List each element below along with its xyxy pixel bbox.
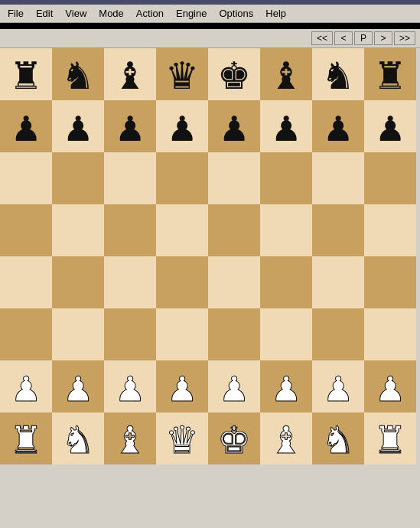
cell-5-3[interactable] (156, 308, 208, 360)
cell-4-7[interactable] (364, 256, 416, 308)
cell-4-0[interactable] (0, 256, 52, 308)
cell-0-4[interactable]: ♚ (208, 48, 260, 100)
board-row-1: ♟♟♟♟♟♟♟♟ (0, 100, 420, 152)
cell-0-0[interactable]: ♜ (0, 48, 52, 100)
cell-7-3[interactable]: ♛ (156, 412, 208, 464)
cell-0-1[interactable]: ♞ (52, 48, 104, 100)
chess-board: ♜♞♝♛♚♝♞♜♟♟♟♟♟♟♟♟♟♟♟♟♟♟♟♟♜♞♝♛♚♝♞♜ (0, 48, 420, 464)
cell-5-1[interactable] (52, 308, 104, 360)
menu-item-options[interactable]: Options (214, 6, 258, 21)
menu-item-action[interactable]: Action (132, 6, 168, 21)
nav-btn-[interactable]: >> (394, 31, 415, 45)
nav-btn-[interactable]: << (311, 31, 333, 45)
cell-2-6[interactable] (312, 152, 364, 204)
cell-1-1[interactable]: ♟ (52, 100, 104, 152)
cell-2-3[interactable] (156, 152, 208, 204)
board-row-3 (0, 204, 420, 256)
board-row-0: ♜♞♝♛♚♝♞♜ (0, 48, 420, 100)
cell-2-0[interactable] (0, 152, 52, 204)
nav-btn-[interactable]: > (374, 31, 392, 45)
svg-text:♟: ♟ (219, 109, 249, 148)
cell-0-3[interactable]: ♛ (156, 48, 208, 100)
piece-wp: ♟ (262, 362, 311, 411)
cell-2-1[interactable] (52, 152, 104, 204)
svg-text:♞: ♞ (61, 419, 95, 461)
cell-6-3[interactable]: ♟ (156, 360, 208, 412)
cell-5-2[interactable] (104, 308, 156, 360)
menu-item-help[interactable]: Help (261, 6, 291, 21)
cell-6-7[interactable]: ♟ (364, 360, 416, 412)
piece-bp: ♟ (2, 102, 50, 151)
cell-2-4[interactable] (208, 152, 260, 204)
svg-text:♝: ♝ (269, 419, 303, 461)
board-row-6: ♟♟♟♟♟♟♟♟ (0, 360, 420, 412)
cell-5-7[interactable] (364, 308, 416, 360)
cell-3-6[interactable] (312, 204, 364, 256)
cell-1-2[interactable]: ♟ (104, 100, 156, 152)
cell-4-1[interactable] (52, 256, 104, 308)
cell-4-4[interactable] (208, 256, 260, 308)
svg-text:♟: ♟ (115, 109, 145, 148)
cell-7-0[interactable]: ♜ (0, 412, 52, 464)
menu-item-edit[interactable]: Edit (31, 6, 57, 21)
cell-1-0[interactable]: ♟ (0, 100, 52, 152)
cell-6-4[interactable]: ♟ (208, 360, 260, 412)
svg-text:♜: ♜ (373, 55, 407, 96)
cell-3-0[interactable] (0, 204, 52, 256)
cell-3-1[interactable] (52, 204, 104, 256)
menu-item-file[interactable]: File (3, 6, 28, 21)
cell-1-4[interactable]: ♟ (208, 100, 260, 152)
cell-1-3[interactable]: ♟ (156, 100, 208, 152)
cell-5-5[interactable] (260, 308, 312, 360)
piece-wr: ♜ (366, 414, 415, 463)
piece-bb: ♝ (106, 50, 155, 99)
cell-7-1[interactable]: ♞ (52, 412, 104, 464)
cell-3-7[interactable] (364, 204, 416, 256)
cell-4-5[interactable] (260, 256, 312, 308)
cell-4-3[interactable] (156, 256, 208, 308)
cell-6-5[interactable]: ♟ (260, 360, 312, 412)
nav-btn-[interactable]: < (334, 31, 353, 45)
piece-br: ♜ (2, 50, 50, 99)
cell-2-5[interactable] (260, 152, 312, 204)
cell-7-7[interactable]: ♜ (364, 412, 416, 464)
cell-0-2[interactable]: ♝ (104, 48, 156, 100)
piece-wp: ♟ (366, 362, 415, 411)
cell-6-0[interactable]: ♟ (0, 360, 52, 412)
cell-3-5[interactable] (260, 204, 312, 256)
svg-text:♟: ♟ (375, 370, 405, 409)
cell-5-0[interactable] (0, 308, 52, 360)
cell-0-5[interactable]: ♝ (260, 48, 312, 100)
cell-2-7[interactable] (364, 152, 416, 204)
cell-3-3[interactable] (156, 204, 208, 256)
cell-6-1[interactable]: ♟ (52, 360, 104, 412)
cell-2-2[interactable] (104, 152, 156, 204)
cell-6-2[interactable]: ♟ (104, 360, 156, 412)
piece-wp: ♟ (54, 362, 103, 411)
nav-btn-P[interactable]: P (354, 31, 373, 45)
svg-text:♚: ♚ (217, 55, 251, 96)
cell-4-2[interactable] (104, 256, 156, 308)
cell-1-5[interactable]: ♟ (260, 100, 312, 152)
menu-item-mode[interactable]: Mode (94, 6, 129, 21)
cell-7-6[interactable]: ♞ (312, 412, 364, 464)
menu-item-engine[interactable]: Engine (171, 6, 211, 21)
cell-6-6[interactable]: ♟ (312, 360, 364, 412)
menu-item-view[interactable]: View (60, 6, 91, 21)
cell-1-6[interactable]: ♟ (312, 100, 364, 152)
cell-0-7[interactable]: ♜ (364, 48, 416, 100)
cell-5-6[interactable] (312, 308, 364, 360)
svg-text:♚: ♚ (217, 419, 251, 461)
cell-7-4[interactable]: ♚ (208, 412, 260, 464)
cell-0-6[interactable]: ♞ (312, 48, 364, 100)
cell-5-4[interactable] (208, 308, 260, 360)
cell-7-2[interactable]: ♝ (104, 412, 156, 464)
piece-bp: ♟ (366, 102, 415, 151)
cell-3-2[interactable] (104, 204, 156, 256)
cell-3-4[interactable] (208, 204, 260, 256)
cell-4-6[interactable] (312, 256, 364, 308)
piece-wp: ♟ (314, 362, 363, 411)
piece-wp: ♟ (106, 362, 155, 411)
cell-1-7[interactable]: ♟ (364, 100, 416, 152)
cell-7-5[interactable]: ♝ (260, 412, 312, 464)
